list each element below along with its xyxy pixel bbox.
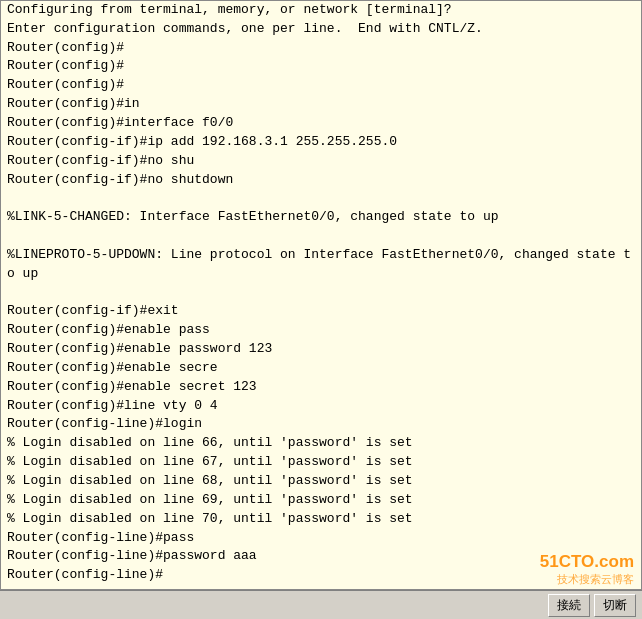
terminal-output[interactable]: Router> Router> Router>en Router# Router… [0, 0, 642, 590]
terminal-text: Router> Router> Router>en Router# Router… [7, 0, 635, 585]
bottom-toolbar: 51CTO.com 技术搜索云博客 接続 切断 [0, 590, 642, 619]
watermark: 51CTO.com 技术搜索云博客 [540, 552, 634, 587]
connect-button[interactable]: 接続 [548, 594, 590, 617]
watermark-line2: 技术搜索云博客 [557, 572, 634, 587]
disconnect-button[interactable]: 切断 [594, 594, 636, 617]
watermark-line1: 51CTO.com [540, 552, 634, 572]
